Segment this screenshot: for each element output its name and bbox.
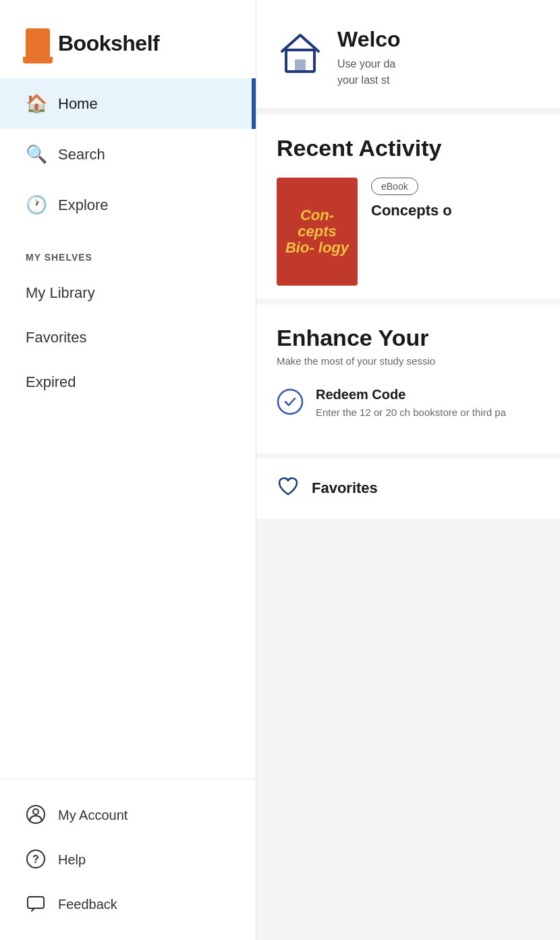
favorites-label: Favorites (312, 479, 378, 497)
svg-point-1 (33, 809, 38, 814)
nav-label-explore: Explore (58, 197, 109, 214)
footer-feedback[interactable]: Feedback (0, 882, 256, 926)
favorites-section[interactable]: Favorites (256, 459, 560, 519)
footer-label-account: My Account (58, 808, 128, 823)
main-inner: Welco Use your da your last st Recent Ac… (256, 0, 560, 940)
nav-label-search: Search (58, 146, 105, 163)
logo-icon (26, 28, 50, 58)
feedback-icon (26, 894, 46, 914)
enhance-section: Enhance Your Make the most of your study… (256, 305, 560, 453)
search-icon: 🔍 (26, 144, 46, 165)
book-card[interactable]: Con- cepts Bio- logy eBook Concepts o (277, 178, 540, 286)
svg-point-7 (278, 390, 302, 414)
shelf-item-expired[interactable]: Expired (0, 360, 256, 404)
sidebar-footer: My Account ? Help Feedback (0, 779, 256, 940)
footer-label-feedback: Feedback (58, 897, 117, 912)
svg-rect-4 (28, 897, 44, 908)
welcome-text: Welco Use your da your last st (337, 27, 401, 88)
account-icon (26, 805, 46, 825)
footer-label-help: Help (58, 852, 86, 868)
nav-item-search[interactable]: 🔍 Search (0, 129, 256, 180)
help-icon: ? (26, 850, 46, 870)
welcome-home-icon (277, 30, 324, 86)
main-nav: 🏠 Home 🔍 Search 🕐 Explore (0, 78, 256, 230)
favorites-heart-icon (277, 475, 300, 502)
sidebar: Bookshelf 🏠 Home 🔍 Search 🕐 Explore MY S… (0, 0, 256, 940)
welcome-body: Use your da your last st (337, 56, 401, 88)
book-info: eBook Concepts o (371, 178, 540, 219)
book-badge: eBook (371, 178, 418, 195)
shelf-item-favorites[interactable]: Favorites (0, 315, 256, 360)
main-content: Welco Use your da your last st Recent Ac… (256, 0, 560, 940)
footer-help[interactable]: ? Help (0, 837, 256, 882)
app-title: Bookshelf (58, 31, 159, 56)
svg-rect-6 (295, 59, 306, 72)
enhance-item-redeem[interactable]: Redeem Code Enter the 12 or 20 ch bookst… (277, 387, 540, 421)
shelf-item-my-library[interactable]: My Library (0, 271, 256, 315)
home-icon: 🏠 (26, 93, 46, 114)
explore-icon: 🕐 (26, 194, 46, 215)
book-title: Concepts o (371, 202, 540, 219)
nav-item-explore[interactable]: 🕐 Explore (0, 180, 256, 230)
enhance-item-content: Redeem Code Enter the 12 or 20 ch bookst… (316, 387, 506, 421)
recent-activity-title: Recent Activity (277, 135, 540, 161)
welcome-section: Welco Use your da your last st (256, 0, 560, 109)
nav-item-home[interactable]: 🏠 Home (0, 78, 256, 129)
logo-container: Bookshelf (0, 0, 256, 78)
nav-label-home: Home (58, 95, 98, 113)
recent-activity-section: Recent Activity Con- cepts Bio- logy eBo… (256, 115, 560, 299)
enhance-title: Enhance Your (277, 325, 540, 351)
enhance-subtitle: Make the most of your study sessio (277, 355, 540, 367)
redeem-icon (277, 388, 304, 415)
redeem-title: Redeem Code (316, 387, 506, 402)
shelves-section-label: MY SHELVES (0, 230, 256, 271)
redeem-desc: Enter the 12 or 20 ch bookstore or third… (316, 405, 506, 421)
book-cover: Con- cepts Bio- logy (277, 178, 358, 286)
footer-my-account[interactable]: My Account (0, 793, 256, 837)
svg-text:?: ? (32, 854, 39, 865)
book-cover-text: Con- cepts Bio- logy (277, 202, 358, 262)
welcome-title: Welco (337, 27, 401, 52)
